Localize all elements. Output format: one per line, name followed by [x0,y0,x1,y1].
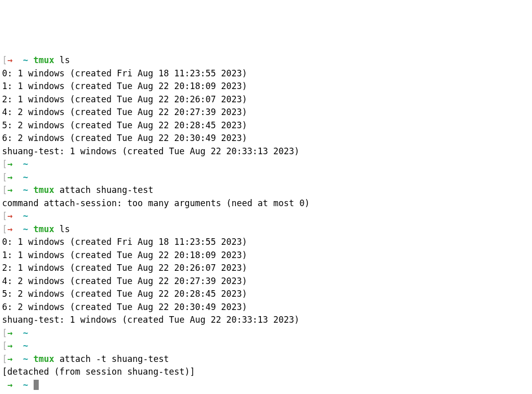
command-args: attach -t shuang-test [54,354,169,364]
prompt-line: [→ ~ [0,158,532,171]
prompt-bracket: [ [2,159,7,169]
prompt-line: [→ ~ [0,171,532,184]
output-line: command attach-session: too many argumen… [0,197,532,210]
prompt-line: [→ ~ tmux ls [0,54,532,67]
command-args: attach shuang-test [54,185,153,195]
output-line: 5: 2 windows (created Tue Aug 22 20:28:4… [0,288,532,301]
prompt-arrow-icon: → [7,380,12,390]
output-line: 4: 2 windows (created Tue Aug 22 20:27:3… [0,106,532,119]
output-line: [detached (from session shuang-test)] [0,365,532,379]
prompt-bracket: [ [2,55,7,65]
prompt-line: [→ ~ [0,340,532,353]
prompt-dir: ~ [23,55,28,65]
prompt-dir: ~ [23,380,28,390]
command-name: tmux [33,354,54,364]
cursor-icon [34,380,39,390]
prompt-dir: ~ [23,354,28,364]
prompt-arrow-icon: → [7,159,12,169]
prompt-arrow-icon: → [7,185,12,195]
command-name: tmux [33,55,54,65]
output-line: 4: 2 windows (created Tue Aug 22 20:27:3… [0,275,532,288]
output-line: 1: 1 windows (created Tue Aug 22 20:18:0… [0,80,532,93]
terminal-output[interactable]: [→ ~ tmux ls0: 1 windows (created Fri Au… [0,54,532,391]
prompt-arrow-icon: → [7,354,12,364]
prompt-arrow-icon: → [7,328,12,338]
prompt-bracket: [ [2,185,7,195]
command-args: ls [54,224,70,234]
prompt-arrow-icon: → [7,224,12,234]
output-line: 6: 2 windows (created Tue Aug 22 20:30:4… [0,132,532,145]
prompt-dir: ~ [23,172,28,182]
prompt-arrow-icon: → [7,55,12,65]
output-line: 1: 1 windows (created Tue Aug 22 20:18:0… [0,249,532,262]
prompt-line: [→ ~ tmux attach shuang-test [0,184,532,197]
output-line: 2: 1 windows (created Tue Aug 22 20:26:0… [0,93,532,106]
prompt-arrow-icon: → [7,172,12,182]
prompt-arrow-icon: → [7,211,12,221]
prompt-line: [→ ~ tmux attach -t shuang-test [0,353,532,366]
prompt-dir: ~ [23,224,28,234]
command-name: tmux [33,224,54,234]
output-line: 0: 1 windows (created Fri Aug 18 11:23:5… [0,236,532,249]
output-line: 5: 2 windows (created Tue Aug 22 20:28:4… [0,119,532,132]
prompt-line[interactable]: → ~ [0,379,532,392]
prompt-bracket: [ [2,211,7,221]
prompt-bracket: [ [2,354,7,364]
prompt-bracket: [ [2,341,7,351]
output-line: 0: 1 windows (created Fri Aug 18 11:23:5… [0,67,532,80]
prompt-bracket: [ [2,172,7,182]
output-line: 6: 2 windows (created Tue Aug 22 20:30:4… [0,301,532,314]
prompt-dir: ~ [23,159,28,169]
prompt-line: [→ ~ [0,210,532,223]
prompt-dir: ~ [23,185,28,195]
prompt-dir: ~ [23,211,28,221]
prompt-bracket: [ [2,224,7,234]
prompt-line: [→ ~ [0,327,532,340]
output-line: shuang-test: 1 windows (created Tue Aug … [0,145,532,158]
output-line: shuang-test: 1 windows (created Tue Aug … [0,314,532,327]
prompt-dir: ~ [23,328,28,338]
prompt-arrow-icon: → [7,341,12,351]
command-args: ls [54,55,70,65]
prompt-dir: ~ [23,341,28,351]
output-line: 2: 1 windows (created Tue Aug 22 20:26:0… [0,262,532,275]
command-name: tmux [33,185,54,195]
prompt-bracket: [ [2,328,7,338]
prompt-line: [→ ~ tmux ls [0,223,532,236]
